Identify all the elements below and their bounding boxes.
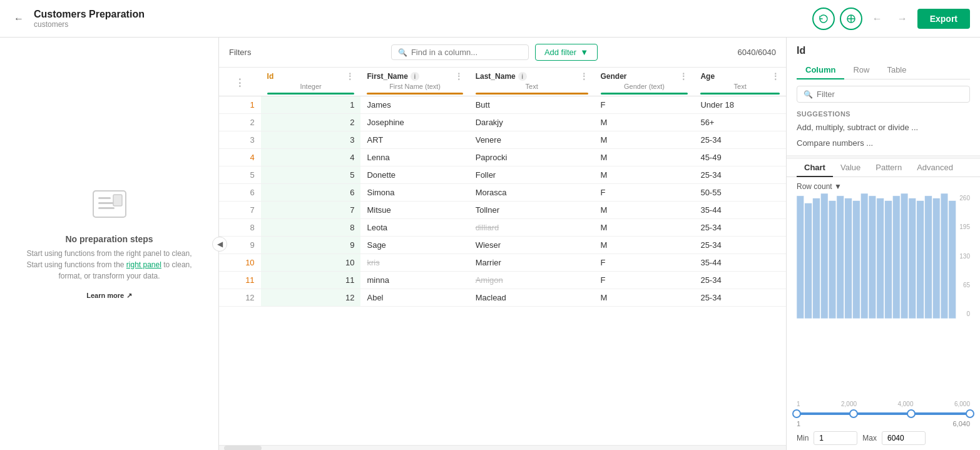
- first-name-col-sublabel: First Name (text): [367, 83, 462, 90]
- gender-cell: F: [595, 96, 695, 114]
- first-name-cell: Lenna: [360, 149, 469, 166]
- min-max-row: Min Max: [797, 431, 970, 445]
- tab-table[interactable]: Table: [878, 61, 915, 79]
- svg-rect-15: [869, 196, 876, 319]
- chart-tab-chart[interactable]: Chart: [797, 159, 833, 177]
- slider-thumb-end[interactable]: [966, 409, 974, 418]
- sync-button[interactable]: [812, 8, 835, 30]
- slider-fill: [797, 412, 970, 415]
- learn-more-link[interactable]: Learn more ↗: [86, 290, 132, 300]
- slider-labels: 1 6,040: [797, 420, 970, 427]
- svg-rect-24: [941, 193, 948, 319]
- age-cell: 50-55: [694, 184, 786, 202]
- last-name-col-menu[interactable]: ⋮: [579, 71, 588, 81]
- chart-tab-advanced[interactable]: Advanced: [909, 159, 961, 177]
- svg-rect-5: [113, 195, 122, 206]
- age-col-header: Age ⋮ Text: [694, 68, 786, 96]
- slider-thumb-mid[interactable]: [849, 409, 858, 418]
- first-name-cell: Abel: [360, 289, 469, 307]
- column-search-input[interactable]: [411, 48, 522, 57]
- svg-rect-7: [805, 203, 812, 319]
- slider-area: 1 2,000 4,000 6,000 1 6,040 Min Max: [787, 397, 980, 450]
- last-name-cell: Darakjy: [469, 114, 595, 131]
- suggestions-section: SUGGESTIONS Add, multiply, subtract or d…: [787, 105, 980, 155]
- gender-cell: M: [595, 202, 695, 219]
- age-cell: 35-44: [694, 254, 786, 272]
- bar-chart: [797, 193, 970, 319]
- last-name-cell: Tollner: [469, 202, 595, 219]
- slider-track: [797, 412, 970, 415]
- tab-column[interactable]: Column: [797, 61, 844, 79]
- theme-icon: [846, 14, 856, 24]
- export-button[interactable]: Export: [917, 9, 970, 29]
- table-row: 33ARTVenereM25-34: [219, 131, 786, 149]
- table-row: 55DonetteFollerM25-34: [219, 166, 786, 184]
- first-name-col-menu[interactable]: ⋮: [454, 71, 463, 81]
- max-input[interactable]: [882, 431, 926, 445]
- svg-rect-2: [98, 197, 111, 199]
- id-col-bar: [267, 93, 355, 95]
- undo-button[interactable]: ←: [867, 9, 887, 29]
- slider-thumb-right[interactable]: [907, 409, 916, 418]
- last-name-cell: dilliard: [469, 219, 595, 237]
- id-col-menu[interactable]: ⋮: [345, 71, 354, 81]
- age-cell: Under 18: [694, 96, 786, 114]
- row-num-cell: 2: [219, 114, 261, 131]
- gender-col-bar: [601, 93, 688, 95]
- last-name-cell: Maclead: [469, 289, 595, 307]
- row-num-cell: 1: [219, 96, 261, 114]
- add-filter-button[interactable]: Add filter ▼: [535, 44, 598, 61]
- tab-row[interactable]: Row: [844, 61, 878, 79]
- id-cell: 4: [261, 149, 361, 166]
- slider-thumb-left[interactable]: [792, 409, 801, 418]
- svg-rect-18: [892, 196, 900, 319]
- chart-tab-value[interactable]: Value: [833, 159, 868, 177]
- svg-rect-8: [813, 198, 820, 319]
- chart-tab-pattern[interactable]: Pattern: [868, 159, 909, 177]
- suggestion-item-0[interactable]: Add, multiply, subtract or divide ...: [797, 121, 970, 133]
- table-row: 1212AbelMacleadM25-34: [219, 289, 786, 307]
- collapse-panel-button[interactable]: ◀: [212, 237, 227, 252]
- back-button[interactable]: ←: [10, 10, 28, 28]
- right-panel-filter-wrap: 🔍: [797, 86, 970, 103]
- first-name-cell: Donette: [360, 166, 469, 184]
- age-col-menu[interactable]: ⋮: [771, 71, 780, 81]
- last-name-cell: Morasca: [469, 184, 595, 202]
- redo-button[interactable]: →: [892, 9, 912, 29]
- first-name-col-bar: [367, 93, 462, 95]
- slider-axis-4000: 4,000: [897, 401, 913, 407]
- gender-col-sublabel: Gender (text): [601, 83, 688, 90]
- table-row: 1111minnaAmigonF25-34: [219, 272, 786, 289]
- last-name-cell: Amigon: [469, 272, 595, 289]
- max-label: Max: [862, 434, 877, 442]
- gender-col-menu[interactable]: ⋮: [679, 71, 688, 81]
- chart-y-label-65: 65: [959, 282, 970, 289]
- first-name-cell: ART: [360, 131, 469, 149]
- svg-rect-20: [909, 198, 916, 319]
- chart-tabs: Chart Value Pattern Advanced: [787, 159, 980, 177]
- horizontal-scrollbar[interactable]: [219, 445, 786, 450]
- suggestion-item-1[interactable]: Compare numbers ...: [797, 137, 970, 149]
- search-icon: 🔍: [398, 48, 407, 57]
- age-cell: 25-34: [694, 219, 786, 237]
- slider-axis: 1 2,000 4,000 6,000: [797, 401, 970, 407]
- id-cell: 6: [261, 184, 361, 202]
- age-cell: 35-44: [694, 202, 786, 219]
- row-options-menu[interactable]: ⋮: [225, 77, 255, 89]
- right-panel-filter-input[interactable]: [817, 89, 963, 99]
- chart-y-label-195: 195: [959, 223, 970, 230]
- svg-rect-17: [885, 201, 892, 319]
- theme-button[interactable]: [840, 8, 862, 30]
- id-cell: 12: [261, 289, 361, 307]
- row-num-cell: 3: [219, 131, 261, 149]
- slider-axis-6000: 6,000: [954, 401, 970, 407]
- first-name-info-icon: i: [411, 72, 419, 81]
- svg-rect-6: [797, 196, 804, 319]
- age-cell: 25-34: [694, 166, 786, 184]
- row-num-cell: 8: [219, 219, 261, 237]
- gender-cell: F: [595, 272, 695, 289]
- min-label: Min: [797, 434, 809, 442]
- svg-rect-10: [829, 201, 836, 319]
- min-input[interactable]: [814, 431, 857, 445]
- gender-cell: M: [595, 149, 695, 166]
